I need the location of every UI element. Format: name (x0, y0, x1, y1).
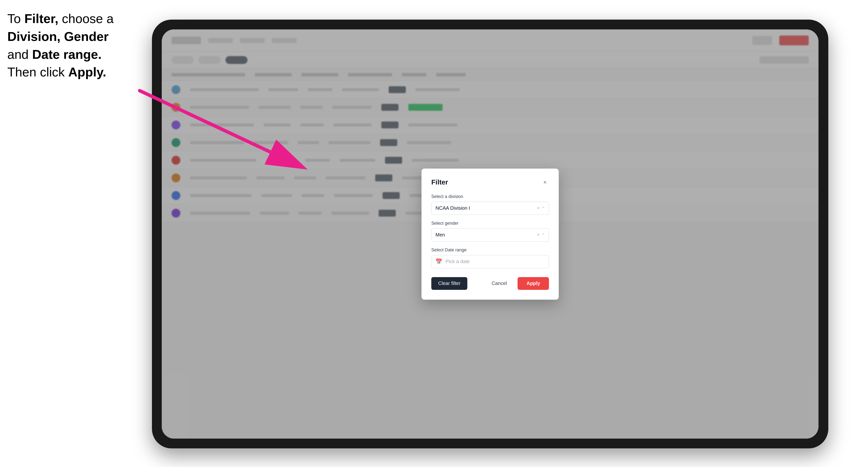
division-select-icons: × ⌃ (537, 206, 545, 211)
instruction-bold1: Filter, (24, 11, 58, 26)
gender-form-group: Select gender Men × ⌃ (431, 221, 549, 242)
modal-overlay: Filter × Select a division NCAA Division… (162, 29, 818, 439)
calendar-icon: 📅 (435, 258, 442, 265)
footer-right: Cancel Apply (485, 277, 549, 290)
date-input[interactable]: 📅 Pick a date (431, 255, 549, 268)
gender-clear-icon[interactable]: × (537, 232, 539, 238)
gender-label: Select gender (431, 221, 549, 226)
close-icon: × (543, 179, 547, 186)
gender-select[interactable]: Men × ⌃ (431, 228, 549, 242)
modal-close-button[interactable]: × (541, 178, 549, 186)
division-clear-icon[interactable]: × (537, 206, 539, 211)
date-label: Select Date range (431, 247, 549, 253)
apply-button[interactable]: Apply (518, 277, 549, 290)
gender-value: Men (435, 232, 537, 238)
filter-modal: Filter × Select a division NCAA Division… (422, 168, 559, 300)
division-select[interactable]: NCAA Division I × ⌃ (431, 201, 549, 215)
modal-header: Filter × (431, 178, 549, 186)
instruction-bold3: Date range. (32, 47, 101, 62)
cancel-button[interactable]: Cancel (485, 277, 514, 290)
instruction-bold4: Apply. (68, 65, 106, 79)
modal-footer: Clear filter Cancel Apply (431, 277, 549, 290)
instruction-line4: Then click (7, 65, 68, 79)
instruction-line1: To (7, 11, 24, 26)
instruction-line3: and (7, 47, 32, 62)
instruction-panel: To Filter, choose a Division, Gender and… (7, 10, 145, 81)
division-value: NCAA Division I (435, 205, 537, 211)
date-form-group: Select Date range 📅 Pick a date (431, 247, 549, 268)
tablet-screen: Filter × Select a division NCAA Division… (162, 29, 818, 439)
division-chevron-icon: ⌃ (541, 206, 545, 211)
division-label: Select a division (431, 194, 549, 199)
instruction-line2: choose a (58, 11, 114, 26)
clear-filter-button[interactable]: Clear filter (431, 277, 467, 290)
gender-chevron-icon: ⌃ (541, 232, 545, 237)
tablet-frame: Filter × Select a division NCAA Division… (152, 20, 828, 448)
modal-title: Filter (431, 178, 448, 186)
instruction-bold2: Division, Gender (7, 29, 108, 43)
division-form-group: Select a division NCAA Division I × ⌃ (431, 194, 549, 215)
gender-select-icons: × ⌃ (537, 232, 545, 238)
date-placeholder: Pick a date (445, 259, 470, 264)
